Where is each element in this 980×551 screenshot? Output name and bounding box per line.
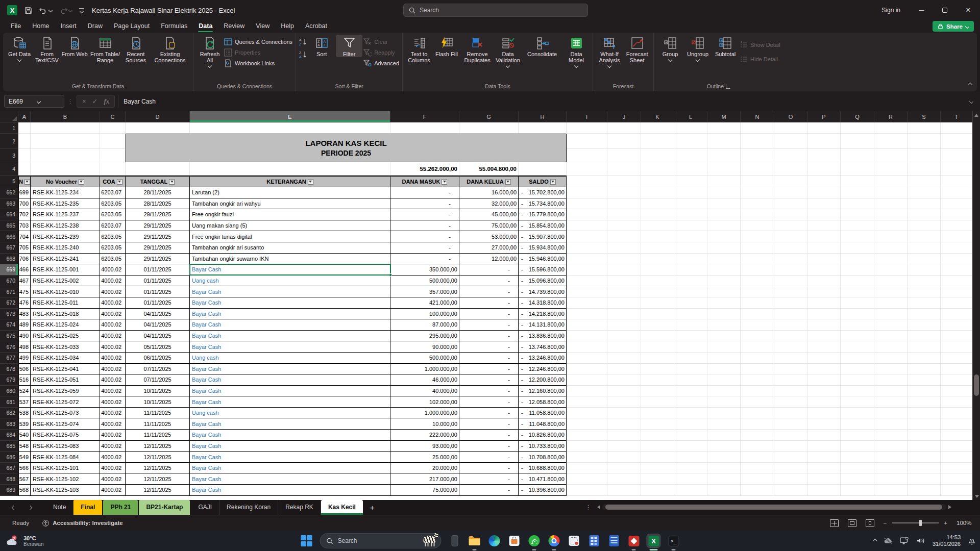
cell[interactable]: [774, 149, 807, 162]
hide-detail-button[interactable]: Hide Detail: [740, 55, 780, 63]
cell[interactable]: [674, 441, 707, 452]
cell[interactable]: [774, 319, 807, 331]
cell[interactable]: [841, 331, 874, 342]
cell[interactable]: [941, 441, 972, 452]
row-header-666[interactable]: 666: [0, 231, 18, 242]
cell[interactable]: [519, 122, 567, 134]
cell-tanggal[interactable]: 04/11/2025: [126, 319, 190, 331]
grid-rows[interactable]: 123455.262.000,0055.004.800,005NNo Vouch…: [0, 122, 980, 496]
cell[interactable]: [607, 341, 641, 353]
filter-dropdown-icon[interactable]: [24, 179, 30, 185]
cell[interactable]: [674, 353, 707, 364]
cell[interactable]: [874, 418, 908, 430]
cell-coa[interactable]: 6203.05: [100, 209, 126, 220]
cell[interactable]: [707, 430, 741, 441]
cell[interactable]: [674, 309, 707, 320]
cell[interactable]: [567, 309, 607, 320]
cell[interactable]: [807, 187, 841, 198]
cell[interactable]: [908, 396, 941, 408]
cell[interactable]: [874, 463, 908, 474]
cell-no[interactable]: 475: [18, 286, 31, 297]
cell[interactable]: [874, 286, 908, 297]
column-header-L[interactable]: L: [674, 111, 707, 122]
cell[interactable]: [941, 463, 972, 474]
ribbon-tab-view[interactable]: View: [250, 21, 275, 32]
cell-dana-keluar[interactable]: -: [459, 353, 519, 364]
cell-voucher[interactable]: RSE-KK-1125-011: [31, 297, 100, 309]
cell-keterangan[interactable]: Tambahan ongkir ari susanto: [190, 242, 390, 254]
cell-voucher[interactable]: RSE-KK-1125-102: [31, 473, 100, 485]
cell-dana-masuk[interactable]: 421.000,00: [390, 297, 459, 309]
ribbon-tab-file[interactable]: File: [5, 21, 27, 32]
cell[interactable]: [774, 452, 807, 463]
cell[interactable]: [841, 364, 874, 375]
cell[interactable]: [841, 122, 874, 134]
page-layout-view-button[interactable]: [848, 519, 856, 527]
column-header-O[interactable]: O: [774, 111, 807, 122]
cell[interactable]: [674, 463, 707, 474]
cell[interactable]: [707, 396, 741, 408]
cell[interactable]: [607, 149, 641, 162]
row-header-1[interactable]: 1: [0, 122, 18, 134]
cell[interactable]: [874, 276, 908, 287]
cell[interactable]: [807, 341, 841, 353]
cell[interactable]: [874, 209, 908, 220]
row-header-680[interactable]: 680: [0, 386, 18, 397]
cell[interactable]: [567, 209, 607, 220]
cell[interactable]: [741, 341, 774, 353]
cell[interactable]: [774, 264, 807, 276]
cell[interactable]: [908, 452, 941, 463]
cell-dana-masuk[interactable]: -: [390, 220, 459, 232]
cell-tanggal[interactable]: 01/11/2025: [126, 276, 190, 287]
cell-saldo[interactable]: -14.739.800,00: [519, 286, 567, 297]
cell[interactable]: [774, 254, 807, 265]
what-if-analysis-button[interactable]: ? What-If Analysis: [596, 35, 623, 67]
cell[interactable]: [908, 198, 941, 210]
cell-dana-masuk[interactable]: 10.000,00: [390, 418, 459, 430]
cell[interactable]: [941, 386, 972, 397]
cell-dana-masuk[interactable]: 46.000,00: [390, 374, 459, 386]
filter-header-G[interactable]: DANA KELUA: [459, 176, 519, 187]
cell[interactable]: [741, 231, 774, 242]
cell[interactable]: [641, 286, 674, 297]
cell[interactable]: [908, 374, 941, 386]
cell[interactable]: [908, 297, 941, 309]
cell[interactable]: [874, 374, 908, 386]
cell-no[interactable]: 548: [18, 441, 31, 452]
cell-dana-keluar[interactable]: -: [459, 264, 519, 276]
cell[interactable]: [841, 374, 874, 386]
cell-saldo[interactable]: -13.246.800,00: [519, 353, 567, 364]
cell[interactable]: [741, 452, 774, 463]
cell[interactable]: [841, 463, 874, 474]
cell-dana-keluar[interactable]: 53.000,00: [459, 231, 519, 242]
horizontal-scroll-thumb[interactable]: [605, 505, 942, 510]
cell[interactable]: [641, 341, 674, 353]
row-header-677[interactable]: 677: [0, 353, 18, 364]
filter-header-A[interactable]: N: [18, 176, 31, 187]
page-break-view-button[interactable]: [866, 519, 874, 527]
cell[interactable]: [807, 473, 841, 485]
cell[interactable]: [841, 297, 874, 309]
cell-saldo[interactable]: -15.854.800,00: [519, 220, 567, 232]
ribbon-tab-review[interactable]: Review: [218, 21, 250, 32]
cell[interactable]: [841, 386, 874, 397]
row-header-687[interactable]: 687: [0, 463, 18, 474]
clear-filter-button[interactable]: Clear: [363, 38, 399, 46]
cell[interactable]: [807, 353, 841, 364]
cell[interactable]: [567, 122, 607, 134]
cell[interactable]: [674, 430, 707, 441]
cell-keterangan[interactable]: Uang makan siang (5): [190, 220, 390, 232]
cell[interactable]: [741, 187, 774, 198]
cell[interactable]: [641, 441, 674, 452]
column-header-A[interactable]: A: [18, 111, 31, 122]
cell[interactable]: [674, 231, 707, 242]
row-header-2[interactable]: 2: [0, 134, 18, 149]
cell[interactable]: [18, 134, 31, 149]
workbook-links-button[interactable]: Workbook Links: [224, 59, 292, 67]
remove-duplicates-button[interactable]: Remove Duplicates: [461, 35, 494, 63]
cell[interactable]: [807, 134, 841, 149]
cell[interactable]: [841, 396, 874, 408]
reapply-filter-button[interactable]: Reapply: [363, 48, 399, 57]
cell[interactable]: [941, 254, 972, 265]
cell[interactable]: [741, 286, 774, 297]
